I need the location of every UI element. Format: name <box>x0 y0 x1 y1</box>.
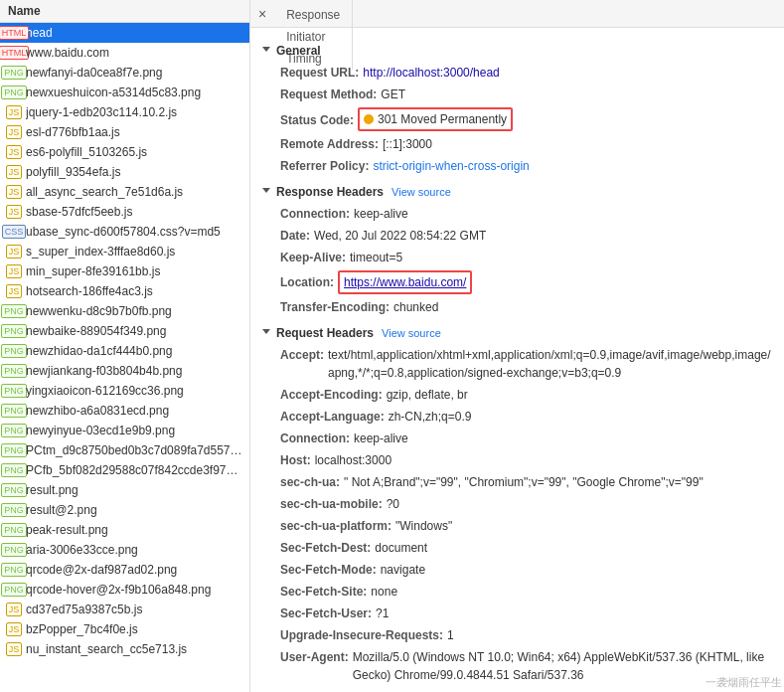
file-item[interactable]: JSnu_instant_search_cc5e713.js <box>0 639 249 659</box>
file-item[interactable]: JSmin_super-8fe39161bb.js <box>0 261 249 281</box>
file-item[interactable]: PNGaria-3006e33cce.png <box>0 540 249 560</box>
field-label: Accept-Encoding: <box>280 386 383 404</box>
file-item[interactable]: PNGnewjiankang-f03b804b4b.png <box>0 361 249 381</box>
field-row: Sec-Fetch-User:?1 <box>262 603 772 624</box>
file-type-icon: JS <box>6 641 22 657</box>
file-type-icon: JS <box>6 164 22 180</box>
field-label: Keep-Alive: <box>280 249 346 266</box>
field-value: "Windows" <box>395 517 452 535</box>
general-triangle <box>262 47 270 56</box>
file-name: peak-result.png <box>26 523 108 537</box>
file-item[interactable]: JScd37ed75a9387c5b.js <box>0 600 249 619</box>
file-name: result@2.png <box>26 503 97 517</box>
file-name: newfanyi-da0cea8f7e.png <box>26 66 162 80</box>
response-headers-label: Response Headers <box>276 185 384 199</box>
file-item[interactable]: PNGPCfb_5bf082d29588c07f842ccde3f97243 <box>0 460 249 480</box>
field-row: sec-ch-ua-mobile:?0 <box>262 493 772 515</box>
file-item[interactable]: PNGnewwenku-d8c9b7b0fb.png <box>0 301 249 321</box>
file-type-icon: PNG <box>6 562 22 578</box>
field-label: Connection: <box>280 430 350 447</box>
field-label: Transfer-Encoding: <box>280 298 390 316</box>
file-item[interactable]: PNGpeak-result.png <box>0 520 249 540</box>
field-value-url[interactable]: http://localhost:3000/head <box>363 64 499 82</box>
file-item[interactable]: JSall_async_search_7e51d6a.js <box>0 182 249 202</box>
file-item[interactable]: PNGnewxueshuicon-a5314d5c83.png <box>0 83 249 102</box>
content-area: General Request URL:http://localhost:300… <box>250 28 784 692</box>
file-item[interactable]: CSSubase_sync-d600f57804.css?v=md5 <box>0 222 249 242</box>
field-value: GET <box>381 86 405 103</box>
file-item[interactable]: PNGnewbaike-889054f349.png <box>0 321 249 341</box>
location-box: https://www.baidu.com/ <box>338 270 472 294</box>
field-label: User-Agent: <box>280 648 349 666</box>
file-type-icon: PNG <box>6 363 22 379</box>
file-name: sbase-57dfcf5eeb.js <box>26 205 132 219</box>
file-item[interactable]: PNGqrcode@2x-daf987ad02.png <box>0 560 249 580</box>
tab-close-button[interactable]: × <box>250 2 274 26</box>
file-name: all_async_search_7e51d6a.js <box>26 185 183 199</box>
file-name: es6-polyfill_5103265.js <box>26 145 147 159</box>
field-row: Accept-Language:zh-CN,zh;q=0.9 <box>262 406 772 428</box>
field-label: Sec-Fetch-Mode: <box>280 561 377 579</box>
field-label: Accept: <box>280 346 324 364</box>
field-value: text/html,application/xhtml+xml,applicat… <box>328 346 772 382</box>
file-item[interactable]: PNGnewyinyue-03ecd1e9b9.png <box>0 421 249 440</box>
field-label: Request URL: <box>280 64 359 82</box>
field-row: Location:https://www.baidu.com/ <box>262 268 772 296</box>
file-item[interactable]: HTMLhead <box>0 23 249 43</box>
file-list: HTMLheadHTMLwww.baidu.comPNGnewfanyi-da0… <box>0 23 249 692</box>
response-headers-view-source[interactable]: View source <box>392 186 451 198</box>
field-label: sec-ch-ua-platform: <box>280 517 392 535</box>
request-headers-view-source[interactable]: View source <box>382 327 441 339</box>
file-item[interactable]: JSjquery-1-edb203c114.10.2.js <box>0 102 249 122</box>
file-item[interactable]: JSsbase-57dfcf5eeb.js <box>0 202 249 222</box>
file-name: newxueshuicon-a5314d5c83.png <box>26 86 201 99</box>
request-headers-label: Request Headers <box>276 326 374 340</box>
field-label: Upgrade-Insecure-Requests: <box>280 626 443 644</box>
file-name: hotsearch-186ffe4ac3.js <box>26 284 153 298</box>
field-row: Referrer Policy:strict-origin-when-cross… <box>262 155 772 177</box>
field-value: Wed, 20 Jul 2022 08:54:22 GMT <box>314 227 486 245</box>
file-item[interactable]: JSbzPopper_7bc4f0e.js <box>0 619 249 639</box>
file-item[interactable]: JShotsearch-186ffe4ac3.js <box>0 281 249 301</box>
file-item[interactable]: PNGresult.png <box>0 480 249 500</box>
file-item[interactable]: JSpolyfill_9354efa.js <box>0 162 249 182</box>
file-type-icon: PNG <box>6 423 22 438</box>
field-value: document <box>375 539 427 557</box>
file-item[interactable]: PNGPCtm_d9c8750bed0b3c7d089fa7d55720c <box>0 440 249 460</box>
file-item[interactable]: PNGqrcode-hover@2x-f9b106a848.png <box>0 580 249 600</box>
file-type-icon: JS <box>6 144 22 160</box>
field-row: Accept:text/html,application/xhtml+xml,a… <box>262 344 772 384</box>
file-type-icon: PNG <box>6 582 22 598</box>
file-item[interactable]: PNGnewzhibo-a6a0831ecd.png <box>0 401 249 421</box>
field-row: Accept-Encoding:gzip, deflate, br <box>262 384 772 406</box>
file-item[interactable]: HTMLwww.baidu.com <box>0 43 249 63</box>
file-name: s_super_index-3fffae8d60.js <box>26 245 175 259</box>
field-value: [::1]:3000 <box>383 135 432 153</box>
file-type-icon: JS <box>6 244 22 260</box>
file-type-icon: PNG <box>6 65 22 81</box>
status-text: 301 Moved Permanently <box>378 110 507 128</box>
file-name: newjiankang-f03b804b4b.png <box>26 364 182 378</box>
file-type-icon: PNG <box>6 403 22 419</box>
file-item[interactable]: JSesl-d776bfb1aa.js <box>0 122 249 142</box>
file-name: polyfill_9354efa.js <box>26 165 120 179</box>
file-name: qrcode-hover@2x-f9b106a848.png <box>26 583 211 597</box>
file-name: aria-3006e33cce.png <box>26 543 138 557</box>
file-item[interactable]: PNGyingxiaoicon-612169cc36.png <box>0 381 249 401</box>
field-label: Status Code: <box>280 111 354 129</box>
file-item[interactable]: PNGnewfanyi-da0cea8f7e.png <box>0 63 249 83</box>
file-name: newzhibo-a6a0831ecd.png <box>26 404 169 418</box>
location-value[interactable]: https://www.baidu.com/ <box>344 273 466 291</box>
field-row: Upgrade-Insecure-Requests:1 <box>262 624 772 646</box>
file-item[interactable]: JSs_super_index-3fffae8d60.js <box>0 242 249 261</box>
file-type-icon: PNG <box>6 522 22 538</box>
file-item[interactable]: PNGresult@2.png <box>0 500 249 520</box>
file-item[interactable]: JSes6-polyfill_5103265.js <box>0 142 249 162</box>
file-type-icon: JS <box>6 104 22 120</box>
tab-response[interactable]: Response <box>274 4 353 26</box>
file-item[interactable]: PNGnewzhidao-da1cf444b0.png <box>0 341 249 361</box>
left-panel: Name HTMLheadHTMLwww.baidu.comPNGnewfany… <box>0 0 250 692</box>
file-type-icon: PNG <box>6 482 22 498</box>
field-value: timeout=5 <box>350 249 402 266</box>
field-row: Sec-Fetch-Site:none <box>262 581 772 603</box>
